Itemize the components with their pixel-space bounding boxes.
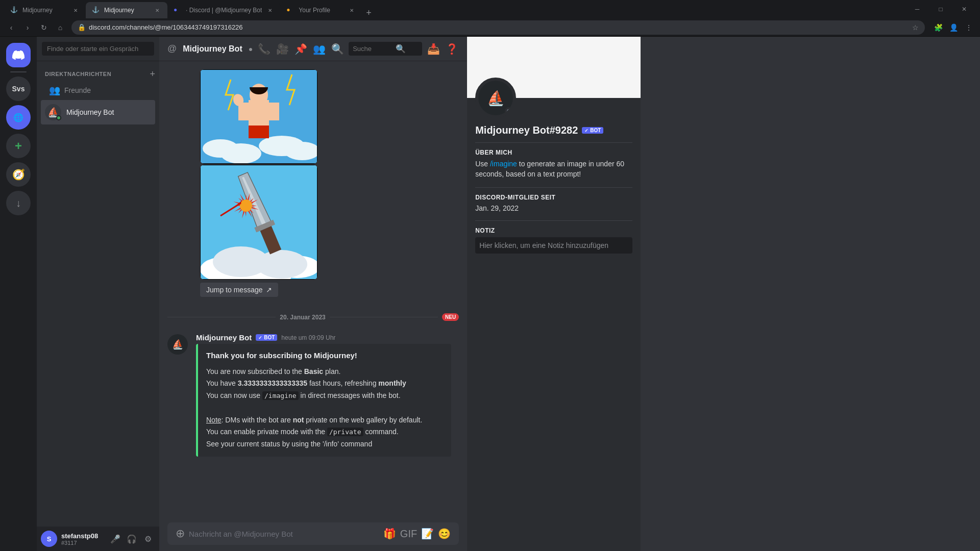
profile-button[interactable]: 👤 (946, 20, 961, 35)
knife-image-canvas (200, 165, 317, 280)
video-call-button[interactable]: 🎥 (275, 42, 289, 56)
divider-line-left (167, 317, 276, 317)
attach-button[interactable]: ⊕ (176, 527, 185, 540)
about-command-link[interactable]: /imagine (490, 160, 517, 168)
note-title: NOTIZ (475, 227, 632, 234)
divider-line-right (330, 317, 438, 317)
server-icon-1[interactable]: 🌐 (6, 105, 31, 130)
embed-note-1: Note: DMs with the bot are not private o… (206, 416, 422, 424)
home-button[interactable]: ⌂ (53, 20, 67, 35)
browser-chrome: ⚓ Midjourney ✕ ⚓ Midjourney ✕ ● · Discor… (0, 0, 980, 37)
jump-to-message-button[interactable]: Jump to message ↗ (200, 283, 278, 297)
online-status-dot (56, 115, 61, 120)
tab-favicon-1: ⚓ (10, 6, 18, 14)
server-icon-svs[interactable]: Svs (6, 77, 31, 101)
search-bar (37, 37, 159, 61)
midjourney-bot-name: Midjourney Bot (66, 108, 114, 116)
new-dm-button[interactable]: + (150, 69, 155, 79)
back-button[interactable]: ‹ (4, 20, 18, 35)
pin-button[interactable]: 📌 (293, 42, 308, 56)
search-input[interactable] (42, 42, 154, 56)
inbox-button[interactable]: 📥 (426, 42, 440, 56)
profile-bot-label: BOT (590, 128, 601, 133)
channel-name: Midjourney Bot (183, 44, 242, 54)
discord-home-button[interactable] (6, 43, 31, 67)
browser-tab-3[interactable]: ● · Discord | @Midjourney Bot ✕ (167, 2, 280, 18)
help-button[interactable]: ❓ (445, 42, 459, 56)
reload-button[interactable]: ↻ (37, 20, 51, 35)
tab-close-2[interactable]: ✕ (153, 6, 161, 14)
browser-tab-4[interactable]: ● Your Profile ✕ (280, 2, 362, 18)
explore-servers-button[interactable]: 🧭 (6, 162, 31, 187)
search-field[interactable] (353, 45, 394, 53)
gift-icon[interactable]: 🎁 (383, 528, 396, 540)
at-icon: @ (167, 43, 177, 54)
midjourney-bot-dm[interactable]: ⛵ Midjourney Bot (41, 100, 155, 124)
call-button[interactable]: 📞 (257, 42, 271, 56)
minimize-button[interactable]: ─ (905, 0, 929, 18)
note-placeholder-text: Hier klicken, um eine Notiz hinzuzufügen (479, 241, 608, 249)
embed-line-2: You have 3.3333333333333335 fast hours, … (206, 379, 406, 387)
friends-button[interactable]: 👥 Freunde (41, 81, 155, 100)
emoji-button[interactable]: 😊 (438, 528, 451, 540)
profile-banner: ⛵ (467, 37, 641, 98)
message-input[interactable] (189, 524, 379, 543)
download-icon: ↓ (16, 197, 21, 209)
close-button[interactable]: ✕ (952, 0, 976, 18)
server-letter-icon: 🌐 (13, 113, 23, 122)
add-member-button[interactable]: 👥 (312, 42, 326, 56)
svs-label: Svs (12, 85, 25, 93)
embed-line-1: You are now subscribed to the Basic plan… (206, 367, 340, 375)
address-input[interactable]: 🔒 discord.com/channels/@me/1063443749197… (71, 20, 925, 35)
settings-button[interactable]: ⋮ (962, 20, 976, 35)
dm-header: DIREKTNACHRICHTEN + (37, 61, 159, 81)
note-input[interactable]: Hier klicken, um eine Notiz hinzuzufügen (475, 237, 632, 254)
search-box[interactable]: 🔍 (349, 42, 422, 56)
search-icon: 🔍 (396, 44, 406, 54)
top-bar: @ Midjourney Bot ● 📞 🎥 📌 👥 🔍 🔍 📥 ❓ (159, 37, 467, 61)
user-avatar-letter: S (47, 535, 52, 543)
forward-button[interactable]: › (20, 20, 35, 35)
image-2 (200, 165, 317, 280)
member-since-section: DISCORD-MITGLIED SEIT Jan. 29, 2022 (475, 194, 632, 212)
tab-title-3: · Discord | @Midjourney Bot (186, 7, 262, 14)
message-group: ⛵ Midjourney Bot ✓ BOT heute um 09:09 Uh… (159, 331, 467, 459)
dm-header-text: DIREKTNACHRICHTEN (45, 71, 111, 77)
tab-favicon-2: ⚓ (92, 6, 100, 14)
search-button[interactable]: 🔍 (330, 42, 345, 56)
user-controls: 🎤 🎧 ⚙ (108, 532, 155, 546)
input-icons: 🎁 GIF 📝 😊 (383, 528, 451, 540)
lock-icon: 🔒 (78, 23, 86, 31)
settings-button[interactable]: ⚙ (141, 532, 155, 546)
maximize-button[interactable]: □ (929, 0, 952, 18)
tab-close-4[interactable]: ✕ (348, 6, 356, 14)
add-server-button[interactable]: + (6, 134, 31, 158)
friends-label: Freunde (64, 86, 91, 94)
tab-title-4: Your Profile (299, 7, 344, 14)
user-discriminator: #3117 (61, 540, 104, 546)
bookmark-icon[interactable]: ☆ (912, 23, 919, 32)
download-button[interactable]: ↓ (6, 191, 31, 215)
friends-icon: 👥 (49, 85, 60, 96)
input-area: ⊕ 🎁 GIF 📝 😊 (159, 516, 467, 551)
user-panel: S stefanstp08 #3117 🎤 🎧 ⚙ (37, 527, 159, 551)
channel-sidebar: DIREKTNACHRICHTEN + 👥 Freunde ⛵ Midjourn… (37, 37, 159, 551)
profile-boat-icon: ⛵ (487, 90, 505, 107)
midjourney-bot-avatar: ⛵ (45, 104, 61, 120)
date-divider: 20. Januar 2023 NEU (159, 303, 467, 331)
sticker-button[interactable]: 📝 (421, 528, 434, 540)
browser-tab-2[interactable]: ⚓ Midjourney ✕ (86, 2, 167, 18)
browser-tab-1[interactable]: ⚓ Midjourney ✕ (4, 2, 86, 18)
bot-badge: ✓ BOT (256, 334, 277, 341)
gif-button[interactable]: GIF (400, 528, 417, 540)
member-since-date: Jan. 29, 2022 (475, 204, 632, 212)
microphone-button[interactable]: 🎤 (108, 532, 122, 546)
tab-bar: ⚓ Midjourney ✕ ⚓ Midjourney ✕ ● · Discor… (0, 0, 980, 18)
tab-close-1[interactable]: ✕ (71, 6, 80, 14)
headset-button[interactable]: 🎧 (125, 532, 139, 546)
new-tab-button[interactable]: + (362, 8, 376, 18)
tab-close-3[interactable]: ✕ (266, 6, 274, 14)
top-bar-icons: 📞 🎥 📌 👥 🔍 🔍 📥 ❓ (257, 42, 459, 56)
compass-icon: 🧭 (12, 168, 25, 181)
extensions-button[interactable]: 🧩 (931, 20, 945, 35)
